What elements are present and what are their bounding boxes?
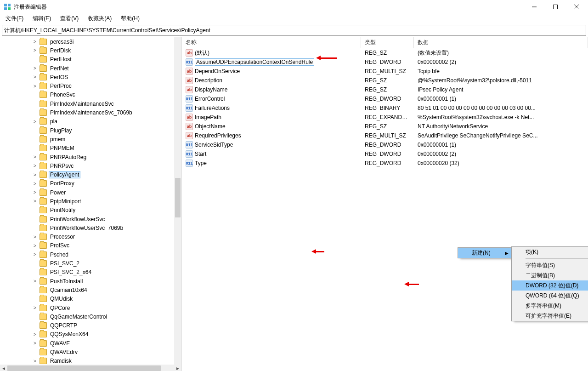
expand-icon[interactable]: > — [32, 243, 38, 248]
value-row[interactable]: 011AssumeUDPEncapsulationContextOnSendRu… — [182, 57, 588, 67]
tree-item[interactable]: >PhoneSvc — [0, 91, 174, 99]
ctx-new-string[interactable]: 字符串值(S) — [512, 260, 588, 270]
tree-item[interactable]: >pla — [0, 117, 174, 126]
maximize-button[interactable] — [545, 0, 566, 14]
expand-icon[interactable]: > — [32, 252, 38, 257]
tree-item[interactable]: >PortProxy — [0, 179, 174, 188]
value-type: REG_BINARY — [361, 105, 414, 111]
tree-item[interactable]: >PlugPlay — [0, 126, 174, 135]
tree-vertical-scrollbar[interactable] — [174, 37, 181, 365]
ctx-new-multistring[interactable]: 多字符串值(M) — [512, 301, 588, 311]
expand-icon[interactable]: > — [32, 199, 38, 204]
expand-icon[interactable]: > — [32, 234, 38, 240]
tree-item[interactable]: >PerfNet — [0, 64, 174, 73]
value-row[interactable]: 011FailureActionsREG_BINARY80 51 01 00 0… — [182, 103, 588, 113]
tree-item[interactable]: >Qcamain10x64 — [0, 285, 174, 294]
value-row[interactable]: abDescriptionREG_SZ@%SystemRoot%\system3… — [182, 76, 588, 85]
scroll-right-icon[interactable]: ▸ — [174, 365, 181, 371]
ctx-new-dword[interactable]: DWORD (32 位)值(D) — [512, 280, 588, 291]
tree-item[interactable]: >PSI_SVC_2_x64 — [0, 268, 174, 277]
tree-item[interactable]: >QQPCRTP — [0, 321, 174, 330]
tree-item[interactable]: >PushToInstall — [0, 277, 174, 285]
expand-icon[interactable]: > — [32, 48, 38, 53]
value-row[interactable]: 011TypeREG_DWORD0x00000020 (32) — [182, 159, 588, 168]
tree-item[interactable]: >PerfDisk — [0, 46, 174, 55]
tree-item[interactable]: >PrintNotify — [0, 206, 174, 215]
tree-item[interactable]: >PolicyAgent — [0, 170, 174, 179]
value-row[interactable]: abImagePathREG_EXPAND_SZ%SystemRoot%\sys… — [182, 113, 588, 122]
tree-item[interactable]: >PrintWorkflowUserSvc — [0, 215, 174, 223]
expand-icon[interactable]: > — [32, 74, 38, 80]
scroll-left-icon[interactable]: ◂ — [0, 365, 7, 371]
tree-item-label: PortProxy — [49, 180, 76, 187]
col-type[interactable]: 类型 — [361, 37, 414, 48]
tree-item[interactable]: >QqGameMasterControl — [0, 312, 174, 321]
menu-view[interactable]: 查看(V) — [57, 14, 81, 23]
expand-icon[interactable]: > — [32, 172, 38, 177]
tree-item[interactable]: >QWAVE — [0, 339, 174, 348]
expand-icon[interactable]: > — [32, 332, 38, 337]
menu-file[interactable]: 文件(F) — [3, 14, 26, 23]
minimize-button[interactable] — [524, 0, 545, 14]
tree-item[interactable]: >PimIndexMaintenanceSvc_7069b — [0, 108, 174, 117]
tree-item[interactable]: >percsas3i — [0, 37, 174, 46]
expand-icon[interactable]: > — [32, 119, 38, 124]
tree-item[interactable]: >Power — [0, 188, 174, 197]
value-name: FailureActions — [195, 105, 230, 111]
expand-icon[interactable]: > — [32, 84, 38, 89]
ctx-new-qword[interactable]: QWORD (64 位)值(Q) — [512, 291, 588, 301]
expand-icon[interactable]: > — [32, 39, 38, 44]
address-bar[interactable]: 计算机\HKEY_LOCAL_MACHINE\SYSTEM\CurrentCon… — [2, 25, 586, 36]
menu-favorites[interactable]: 收藏夹(A) — [85, 14, 114, 23]
expand-icon[interactable]: > — [32, 359, 38, 364]
expand-icon[interactable]: > — [32, 154, 38, 160]
tree-item[interactable]: >Psched — [0, 250, 174, 259]
tree-item[interactable]: >PerfOS — [0, 73, 174, 81]
value-row[interactable]: abObjectNameREG_SZNT Authority\NetworkSe… — [182, 122, 588, 131]
tree-item[interactable]: >PrintWorkflowUserSvc_7069b — [0, 223, 174, 232]
tree-item[interactable]: >PSI_SVC_2 — [0, 259, 174, 268]
ctx-new[interactable]: 新建(N) ▶ — [458, 248, 511, 258]
tree-item[interactable]: >PerfHost — [0, 55, 174, 64]
tree-item[interactable]: >QMUdisk — [0, 295, 174, 303]
tree-item[interactable]: >PptpMiniport — [0, 197, 174, 205]
close-button[interactable] — [566, 0, 587, 14]
tree-horizontal-scrollbar[interactable]: ◂ ▸ — [0, 365, 181, 371]
col-name[interactable]: 名称 — [182, 37, 361, 48]
expand-icon[interactable]: > — [32, 279, 38, 284]
ctx-new-binary[interactable]: 二进制值(B) — [512, 270, 588, 280]
ctx-new-key[interactable]: 项(K) — [512, 247, 588, 257]
value-row[interactable]: 011ErrorControlREG_DWORD0x00000001 (1) — [182, 94, 588, 103]
value-row[interactable]: abDependOnServiceREG_MULTI_SZTcpip bfe — [182, 67, 588, 76]
folder-icon — [40, 47, 47, 54]
col-data[interactable]: 数据 — [414, 37, 588, 48]
value-row[interactable]: 011ServiceSidTypeREG_DWORD0x00000001 (1) — [182, 140, 588, 149]
value-row[interactable]: ab(默认)REG_SZ(数值未设置) — [182, 48, 588, 57]
value-row[interactable]: 011StartREG_DWORD0x00000002 (2) — [182, 149, 588, 159]
expand-icon[interactable]: > — [32, 163, 38, 168]
tree-item[interactable]: >PimIndexMaintenanceSvc — [0, 99, 174, 108]
value-row[interactable]: abDisplayNameREG_SZIPsec Policy Agent — [182, 85, 588, 94]
expand-icon[interactable]: > — [32, 341, 38, 346]
tree-item[interactable]: >PNPMEM — [0, 144, 174, 153]
tree-item[interactable]: >QWAVEdrv — [0, 348, 174, 356]
value-type: REG_DWORD — [361, 151, 414, 157]
value-row[interactable]: abRequiredPrivilegesREG_MULTI_SZSeAuditP… — [182, 131, 588, 140]
tree-item[interactable]: >QQSysMonX64 — [0, 330, 174, 339]
tree-item[interactable]: >PerfProc — [0, 81, 174, 90]
expand-icon[interactable]: > — [32, 66, 38, 71]
tree-item[interactable]: >Ramdisk — [0, 357, 174, 365]
tree-item[interactable]: >ProfSvc — [0, 241, 174, 250]
tree-item[interactable]: >Processor — [0, 233, 174, 241]
tree-item[interactable]: >QPCore — [0, 303, 174, 312]
tree-item[interactable]: >pmem — [0, 135, 174, 143]
tree-item[interactable]: >PNRPAutoReg — [0, 153, 174, 161]
ctx-new-expandstring[interactable]: 可扩充字符串值(E) — [512, 311, 588, 321]
expand-icon[interactable]: > — [32, 181, 38, 186]
menu-help[interactable]: 帮助(H) — [118, 14, 142, 23]
expand-icon[interactable]: > — [32, 305, 38, 310]
tree-item[interactable]: >PNRPsvc — [0, 161, 174, 170]
expand-icon[interactable]: > — [32, 190, 38, 195]
menu-edit[interactable]: 编辑(E) — [30, 14, 54, 23]
string-value-icon: ab — [186, 114, 193, 121]
